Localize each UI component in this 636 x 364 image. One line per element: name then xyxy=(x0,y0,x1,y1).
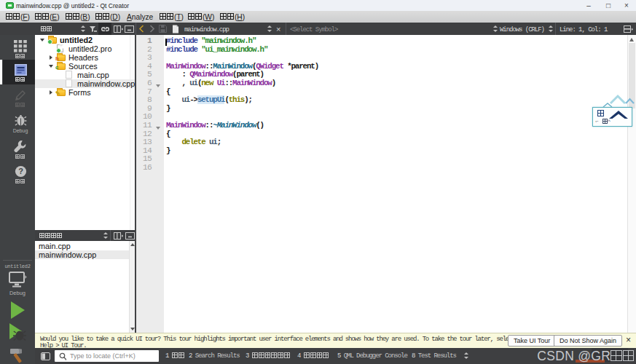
svg-text:?: ? xyxy=(18,167,23,175)
